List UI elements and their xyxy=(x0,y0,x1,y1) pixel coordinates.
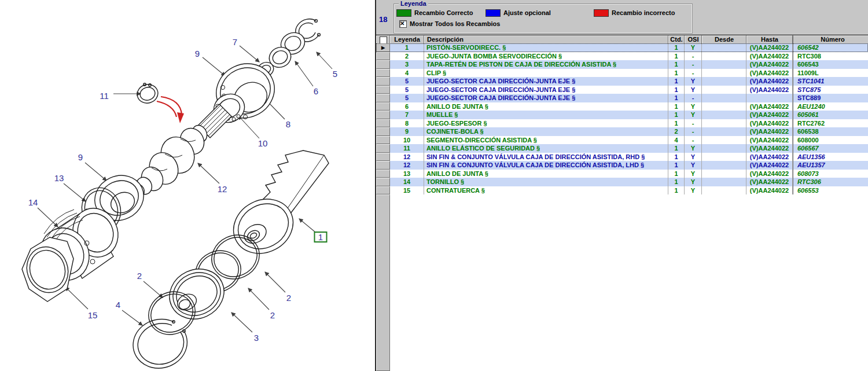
cell-hasta[interactable]: (V)AA244022 xyxy=(746,127,793,136)
cell-ctd[interactable]: 1 xyxy=(668,153,685,161)
cell-leyenda[interactable]: 10 xyxy=(390,136,424,145)
cell-desde[interactable] xyxy=(702,170,746,178)
table-row[interactable]: 14 TORNILLO § 1 Y (V)AA244022 RTC306 xyxy=(376,178,868,186)
callout-9[interactable]: 9 xyxy=(78,152,83,162)
table-row[interactable]: 12 SIN FIN & CONJUNTO VÁLVULA CAJA DE DI… xyxy=(376,161,868,170)
cell-osi[interactable]: Y xyxy=(685,170,702,178)
cell-leyenda[interactable]: 14 xyxy=(390,178,424,186)
callout-9[interactable]: 9 xyxy=(195,49,200,58)
row-indicator[interactable] xyxy=(376,161,390,170)
cell-hasta[interactable] xyxy=(746,94,793,102)
row-indicator[interactable] xyxy=(376,170,390,178)
cell-desde[interactable] xyxy=(702,60,746,69)
cell-hasta[interactable]: (V)AA244022 xyxy=(746,60,793,69)
table-row[interactable]: 8 JUEGO-ESPESOR § 1 - (V)AA244022 RTC276… xyxy=(376,119,868,128)
table-row[interactable]: 15 CONTRATUERCA § 1 Y (V)AA244022 606553 xyxy=(376,186,868,195)
row-indicator[interactable] xyxy=(376,178,390,186)
row-indicator[interactable] xyxy=(376,94,390,102)
cell-leyenda[interactable]: 1 xyxy=(390,43,424,52)
callout-1[interactable]: 1 xyxy=(318,232,323,242)
row-indicator[interactable] xyxy=(376,144,390,153)
cell-desde[interactable] xyxy=(702,43,746,52)
cell-ctd[interactable]: 1 xyxy=(668,178,685,186)
cell-desde[interactable] xyxy=(702,186,746,195)
cell-desde[interactable] xyxy=(702,153,746,161)
row-indicator[interactable] xyxy=(376,69,390,78)
cell-desde[interactable] xyxy=(702,161,746,170)
cell-descripcion[interactable]: SEGMENTO-DIRECCIÓN ASISTIDA § xyxy=(424,136,668,145)
cell-desde[interactable] xyxy=(702,102,746,111)
callout-2[interactable]: 2 xyxy=(137,271,142,281)
cell-ctd[interactable]: 1 xyxy=(668,52,685,61)
cell-descripcion[interactable]: SIN FIN & CONJUNTO VÁLVULA CAJA DE DIREC… xyxy=(424,153,668,161)
row-indicator[interactable]: ▶ xyxy=(376,43,390,52)
cell-hasta[interactable]: (V)AA244022 xyxy=(746,170,793,178)
cell-leyenda[interactable]: 5 xyxy=(390,86,424,94)
callout-7[interactable]: 7 xyxy=(233,37,237,47)
table-row[interactable]: 5 JUEGO-SECTOR CAJA DIRECCIÓN-JUNTA EJE … xyxy=(376,86,868,94)
cell-descripcion[interactable]: TORNILLO § xyxy=(424,178,668,186)
cell-osi[interactable]: Y xyxy=(685,161,702,170)
callout-6[interactable]: 6 xyxy=(314,86,318,96)
table-row[interactable]: 7 MUELLE § 1 Y (V)AA244022 605061 xyxy=(376,111,868,119)
cell-ctd[interactable]: 1 xyxy=(668,69,685,78)
table-row[interactable]: 5 JUEGO-SECTOR CAJA DIRECCIÓN-JUNTA EJE … xyxy=(376,77,868,86)
cell-desde[interactable] xyxy=(702,127,746,136)
part-worm-shaft-12[interactable] xyxy=(134,123,209,197)
callout-10[interactable]: 10 xyxy=(258,138,268,148)
cell-descripcion[interactable]: ANILLO DE JUNTA § xyxy=(424,170,668,178)
cell-ctd[interactable]: 1 xyxy=(668,86,685,94)
cell-leyenda[interactable]: 12 xyxy=(390,153,424,161)
cell-ctd[interactable]: 1 xyxy=(668,102,685,111)
cell-numero[interactable]: RTC306 xyxy=(793,178,868,186)
cell-descripcion[interactable]: JUEGO-SECTOR CAJA DIRECCIÓN-JUNTA EJE § xyxy=(424,94,668,102)
cell-leyenda[interactable]: 13 xyxy=(390,170,424,178)
cell-ctd[interactable]: 1 xyxy=(668,186,685,195)
cell-descripcion[interactable]: JUEGO-SECTOR CAJA DIRECCIÓN-JUNTA EJE § xyxy=(424,77,668,86)
cell-desde[interactable] xyxy=(702,144,746,153)
callout-13[interactable]: 13 xyxy=(54,173,64,183)
cell-ctd[interactable]: 4 xyxy=(668,136,685,145)
cell-numero[interactable]: 606567 xyxy=(793,144,868,153)
cell-ctd[interactable]: 1 xyxy=(668,77,685,86)
table-row[interactable]: 3 TAPA-RETÉN DE PISTON DE CAJA DE DIRECC… xyxy=(376,60,868,69)
row-indicator[interactable] xyxy=(376,60,390,69)
cell-leyenda[interactable]: 7 xyxy=(390,111,424,119)
table-row[interactable]: 2 JUEGO-JUNTA BOMBA SERVODIRECCIÓN § 1 -… xyxy=(376,52,868,61)
cell-ctd[interactable]: 1 xyxy=(668,43,685,52)
cell-osi[interactable]: Y xyxy=(685,102,702,111)
cell-numero[interactable]: AEU1357 xyxy=(793,161,868,170)
cell-hasta[interactable]: (V)AA244022 xyxy=(746,111,793,119)
table-row[interactable]: 13 ANILLO DE JUNTA § 1 Y (V)AA244022 608… xyxy=(376,170,868,178)
row-indicator[interactable] xyxy=(376,119,390,128)
cell-leyenda[interactable]: 3 xyxy=(390,60,424,69)
cell-hasta[interactable]: (V)AA244022 xyxy=(746,144,793,153)
cell-hasta[interactable]: (V)AA244022 xyxy=(746,52,793,61)
cell-hasta[interactable]: (V)AA244022 xyxy=(746,43,793,52)
cell-desde[interactable] xyxy=(702,86,746,94)
cell-leyenda[interactable]: 15 xyxy=(390,186,424,195)
cell-ctd[interactable]: 2 xyxy=(668,127,685,136)
part-locknut-15[interactable] xyxy=(20,237,74,302)
part-rack-piston-1[interactable] xyxy=(224,150,329,264)
cell-hasta[interactable]: (V)AA244022 xyxy=(746,161,793,170)
cell-numero[interactable]: RTC308 xyxy=(793,52,868,61)
table-row[interactable]: 9 COJINETE-BOLA § 2 - (V)AA244022 606538 xyxy=(376,127,868,136)
cell-numero[interactable]: 11009L xyxy=(793,69,868,78)
cell-hasta[interactable]: (V)AA244022 xyxy=(746,77,793,86)
cell-numero[interactable]: 606553 xyxy=(793,186,868,195)
cell-descripcion[interactable]: SIN FIN & CONJUNTO VÁLVULA CAJA DE DIREC… xyxy=(424,161,668,170)
cell-numero[interactable]: 606543 xyxy=(793,60,868,69)
cell-descripcion[interactable]: ANILLO ELÁSTICO DE SEGURIDAD § xyxy=(424,144,668,153)
table-row[interactable]: 12 SIN FIN & CONJUNTO VÁLVULA CAJA DE DI… xyxy=(376,153,868,161)
cell-ctd[interactable]: 1 xyxy=(668,161,685,170)
cell-osi[interactable]: Y xyxy=(685,153,702,161)
row-indicator[interactable] xyxy=(376,127,390,136)
callout-4[interactable]: 4 xyxy=(116,300,120,310)
cell-osi[interactable]: - xyxy=(685,94,702,102)
callout-11[interactable]: 11 xyxy=(100,91,109,101)
row-indicator[interactable] xyxy=(376,86,390,94)
cell-hasta[interactable]: (V)AA244022 xyxy=(746,69,793,78)
row-indicator[interactable] xyxy=(376,102,390,111)
cell-numero[interactable]: RTC2762 xyxy=(793,119,868,128)
